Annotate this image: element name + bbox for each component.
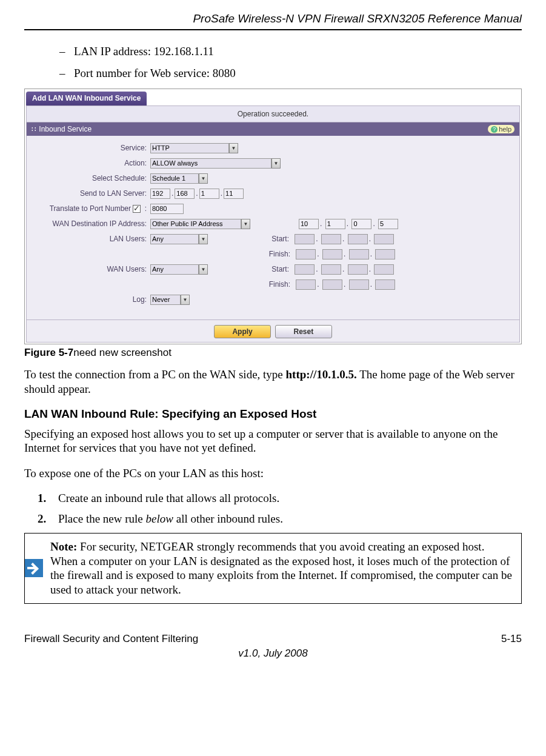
panel-title: Inbound Service [39, 125, 92, 133]
wan-dest-select[interactable] [150, 219, 241, 229]
help-icon: ? [491, 126, 498, 133]
label-schedule: Select Schedule: [35, 174, 150, 182]
bullet-text: Port number for Web service: 8080 [74, 67, 236, 80]
wan-finish-a[interactable] [296, 279, 316, 290]
wan-start-b[interactable] [321, 264, 341, 275]
label-wan-dest: WAN Destination IP Address: [35, 219, 150, 228]
lan-start-a[interactable] [295, 234, 315, 244]
page-footer: Firewall Security and Content Filtering … [24, 633, 522, 660]
label-service: Service: [35, 144, 150, 152]
label-start: Start: [256, 265, 293, 273]
footer-page: 5-15 [501, 633, 522, 645]
body-paragraph: To expose one of the PCs on your LAN as … [24, 466, 522, 481]
label-translate: Translate to Port Number : [35, 204, 150, 213]
wan-start-a[interactable] [295, 264, 315, 275]
chevron-down-icon[interactable]: ▼ [181, 295, 190, 305]
action-select[interactable] [150, 158, 271, 169]
footer-section: Firewall Security and Content Filtering [24, 633, 198, 645]
wan-ip-d[interactable] [378, 219, 398, 229]
body-paragraph: To test the connection from a PC on the … [24, 367, 522, 396]
manual-header: ProSafe Wireless-N VPN Firewall SRXN3205… [24, 12, 522, 25]
label-log: Log: [35, 295, 150, 304]
section-heading: LAN WAN Inbound Rule: Specifying an Expo… [24, 407, 522, 421]
chevron-down-icon[interactable]: ▼ [271, 158, 281, 169]
label-finish: Finish: [258, 280, 294, 289]
figure-caption: Figure 5-7need new screenshot [24, 347, 522, 359]
lan-ip-d[interactable] [224, 189, 244, 199]
lan-finish-a[interactable] [296, 249, 316, 259]
wan-ip-c[interactable] [351, 219, 371, 229]
wan-finish-b[interactable] [322, 279, 342, 290]
bullet-text: LAN IP address: 192.168.1.11 [74, 45, 214, 58]
lan-ip-a[interactable] [150, 189, 170, 199]
label-lan-users: LAN Users: [35, 235, 150, 243]
form-tab[interactable]: Add LAN WAN Inbound Service [26, 92, 147, 105]
lan-users-select[interactable] [150, 234, 199, 244]
label-finish: Finish: [258, 250, 294, 258]
log-select[interactable] [150, 295, 181, 305]
step-item: 2.Place the new rule below all other inb… [38, 512, 522, 526]
wan-start-d[interactable] [374, 264, 394, 275]
apply-button[interactable]: Apply [214, 325, 271, 338]
reset-button[interactable]: Reset [275, 325, 332, 338]
wan-finish-c[interactable] [349, 279, 369, 290]
wan-ip-a[interactable] [299, 219, 319, 229]
note-box: Note: For security, NETGEAR strongly rec… [24, 533, 522, 604]
port-input[interactable] [150, 204, 184, 214]
lan-finish-d[interactable] [375, 249, 395, 259]
bullet-item: –LAN IP address: 192.168.1.11 [59, 45, 522, 58]
step-item: 1.Create an inbound rule that allows all… [38, 492, 522, 505]
wan-ip-b[interactable] [325, 219, 345, 229]
lan-start-b[interactable] [321, 234, 341, 244]
wan-users-select[interactable] [150, 264, 199, 275]
label-send-lan: Send to LAN Server: [35, 189, 150, 198]
lan-ip-b[interactable] [175, 189, 195, 199]
screenshot-figure: Add LAN WAN Inbound Service Operation su… [24, 89, 522, 344]
lan-ip-c[interactable] [199, 189, 219, 199]
status-message: Operation succeeded. [26, 105, 520, 122]
help-button[interactable]: ?help [488, 125, 514, 133]
footer-version: v1.0, July 2008 [24, 647, 522, 660]
lan-start-c[interactable] [348, 234, 368, 244]
label-action: Action: [35, 159, 150, 167]
translate-checkbox[interactable] [133, 205, 141, 213]
chevron-down-icon[interactable]: ▼ [229, 143, 238, 153]
chevron-down-icon[interactable]: ▼ [199, 264, 208, 275]
service-select[interactable] [150, 143, 229, 153]
lan-finish-b[interactable] [322, 249, 342, 259]
wan-finish-d[interactable] [375, 279, 395, 290]
chevron-down-icon[interactable]: ▼ [199, 234, 208, 244]
lan-finish-c[interactable] [349, 249, 369, 259]
chevron-down-icon[interactable]: ▼ [199, 173, 208, 184]
label-start: Start: [256, 235, 293, 243]
body-paragraph: Specifying an exposed host allows you to… [24, 427, 522, 456]
chevron-down-icon[interactable]: ▼ [241, 219, 250, 229]
header-rule [24, 29, 522, 30]
bullet-item: –Port number for Web service: 8080 [59, 67, 522, 80]
schedule-select[interactable] [150, 173, 199, 184]
arrow-icon [25, 559, 43, 577]
wan-start-c[interactable] [348, 264, 368, 275]
label-wan-users: WAN Users: [35, 265, 150, 273]
lan-start-d[interactable] [374, 234, 394, 244]
